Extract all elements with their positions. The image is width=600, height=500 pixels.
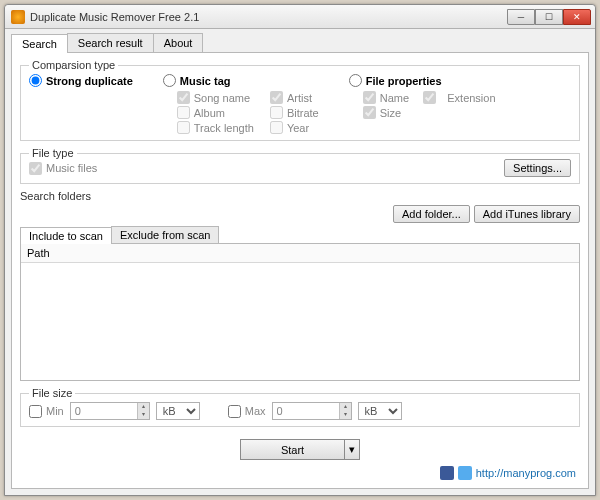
min-spin-down[interactable]: ▾ [137, 411, 149, 419]
chk-song-name[interactable]: Song name [177, 91, 254, 104]
add-itunes-button[interactable]: Add iTunes library [474, 205, 580, 223]
titlebar-text: Duplicate Music Remover Free 2.1 [30, 11, 507, 23]
comparison-label: Comparsion type [29, 59, 118, 71]
twitter-icon[interactable] [458, 466, 472, 480]
minimize-button[interactable]: ─ [507, 9, 535, 25]
filetype-label: File type [29, 147, 77, 159]
window-buttons: ─ ☐ ✕ [507, 9, 591, 25]
manyprog-link[interactable]: http://manyprog.com [476, 467, 576, 479]
radio-file-properties[interactable]: File properties [349, 74, 496, 87]
radio-props-input[interactable] [349, 74, 362, 87]
titlebar[interactable]: Duplicate Music Remover Free 2.1 ─ ☐ ✕ [5, 5, 595, 29]
tab-search[interactable]: Search [11, 34, 68, 53]
facebook-icon[interactable] [440, 466, 454, 480]
filetype-group: File type Music files Settings... [20, 147, 580, 184]
radio-strong-duplicate[interactable]: Strong duplicate [29, 74, 133, 87]
maximize-button[interactable]: ☐ [535, 9, 563, 25]
path-column-header[interactable]: Path [21, 244, 579, 263]
tab-exclude-scan[interactable]: Exclude from scan [111, 226, 219, 243]
client-area: Search Search result About Comparsion ty… [5, 29, 595, 495]
search-panel: Comparsion type Strong duplicate Music t… [11, 53, 589, 489]
footer: http://manyprog.com [20, 466, 580, 482]
radio-music-tag[interactable]: Music tag [163, 74, 319, 87]
chk-max[interactable]: Max [228, 405, 266, 418]
settings-button[interactable]: Settings... [504, 159, 571, 177]
start-button[interactable]: Start [240, 439, 345, 460]
tab-search-result[interactable]: Search result [67, 33, 154, 52]
chk-track-length[interactable]: Track length [177, 121, 254, 134]
max-input-wrap: ▴▾ [272, 402, 352, 420]
chk-album[interactable]: Album [177, 106, 254, 119]
max-spin-down[interactable]: ▾ [339, 411, 351, 419]
scan-list-body[interactable] [21, 263, 579, 380]
min-unit-select[interactable]: kB [156, 402, 200, 420]
max-spin-up[interactable]: ▴ [339, 403, 351, 411]
folders-section: Search folders Add folder... Add iTunes … [20, 190, 580, 381]
comparison-group: Comparsion type Strong duplicate Music t… [20, 59, 580, 141]
close-button[interactable]: ✕ [563, 9, 591, 25]
tab-about[interactable]: About [153, 33, 204, 52]
chk-bitrate[interactable]: Bitrate [270, 106, 319, 119]
chk-extension-input[interactable] [423, 91, 436, 104]
filesize-group: File size Min ▴▾ kB Max ▴▾ kB [20, 387, 580, 427]
chk-music-files[interactable]: Music files [29, 162, 97, 175]
max-unit-select[interactable]: kB [358, 402, 402, 420]
tab-include-scan[interactable]: Include to scan [20, 227, 112, 244]
app-window: Duplicate Music Remover Free 2.1 ─ ☐ ✕ S… [4, 4, 596, 496]
radio-strong-input[interactable] [29, 74, 42, 87]
chk-size[interactable]: Size [363, 106, 496, 119]
scan-tabs: Include to scan Exclude from scan [20, 226, 580, 243]
start-dropdown-button[interactable]: ▾ [345, 439, 360, 460]
start-row: Start ▾ [20, 439, 580, 460]
min-input-wrap: ▴▾ [70, 402, 150, 420]
chk-name[interactable]: Name Extension [363, 91, 496, 104]
chk-year[interactable]: Year [270, 121, 319, 134]
main-tabs: Search Search result About [11, 33, 589, 53]
app-icon [11, 10, 25, 24]
search-folders-label: Search folders [20, 190, 580, 202]
chk-artist[interactable]: Artist [270, 91, 319, 104]
scan-folder-list[interactable]: Path [20, 243, 580, 381]
min-spin-up[interactable]: ▴ [137, 403, 149, 411]
radio-tag-input[interactable] [163, 74, 176, 87]
add-folder-button[interactable]: Add folder... [393, 205, 470, 223]
chk-min[interactable]: Min [29, 405, 64, 418]
filesize-label: File size [29, 387, 75, 399]
